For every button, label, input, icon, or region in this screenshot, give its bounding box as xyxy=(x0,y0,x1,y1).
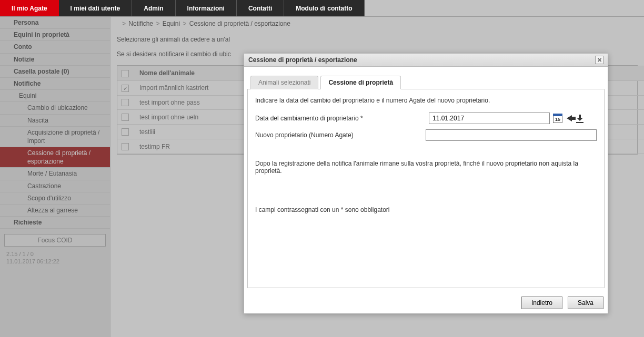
back-button[interactable]: Indietro xyxy=(521,297,562,309)
sidebar-item-8[interactable]: Nascita xyxy=(0,115,110,127)
breadcrumb-item-2[interactable]: Cessione di proprietà / esportazione xyxy=(189,20,290,27)
sidebar-item-15[interactable]: Richieste xyxy=(0,217,110,229)
sidebar-item-4[interactable]: Casella postale (0) xyxy=(0,66,110,78)
owner-label: Nuovo proprietario (Numero Agate) xyxy=(255,131,426,139)
breadcrumb-sep: > xyxy=(121,20,128,27)
focus-coid-button[interactable]: Focus COID xyxy=(4,234,106,247)
sidebar-item-0[interactable]: Persona xyxy=(0,17,110,29)
cell-check xyxy=(117,110,135,125)
select-all-checkbox[interactable] xyxy=(122,70,129,77)
sidebar-item-5[interactable]: Notifiche xyxy=(0,78,110,90)
sidebar-item-10[interactable]: Cessione di proprietà / esportazione xyxy=(0,147,110,168)
sidebar-item-11[interactable]: Morte / Eutanasia xyxy=(0,168,110,180)
download-icon[interactable] xyxy=(576,115,583,122)
topnav-tab-0[interactable]: Il mio Agate xyxy=(0,0,59,16)
top-nav: Il mio AgateI miei dati utenteAdminInfor… xyxy=(0,0,644,17)
timestamp-info: 11.01.2017 06:12:22 xyxy=(0,257,110,264)
dialog-panel: Indicare la data del cambio del propriet… xyxy=(247,89,605,288)
sidebar-item-14[interactable]: Altezza al garrese xyxy=(0,205,110,217)
breadcrumb-sep: > xyxy=(155,20,162,27)
table-header-0 xyxy=(117,66,135,81)
row-checkbox[interactable] xyxy=(122,99,129,106)
version-info: 2.15 / 1 / 0 xyxy=(0,250,110,257)
sidebar-item-12[interactable]: Castrazione xyxy=(0,180,110,192)
field-row-date: Data del cambiamento di proprietario * 1… xyxy=(255,113,597,124)
topnav-filler xyxy=(365,0,644,16)
intro-line-1: Selezionare gli animali da cedere a un'a… xyxy=(117,36,638,43)
row-checkbox[interactable] xyxy=(122,114,129,121)
sidebar-item-1[interactable]: Equini in proprietà xyxy=(0,29,110,41)
tab-ownership-transfer[interactable]: Cessione di proprietà xyxy=(320,76,401,89)
arrow-left-icon[interactable] xyxy=(567,115,572,121)
breadcrumb: > Notifiche > Equini > Cessione di propr… xyxy=(116,18,639,33)
dialog-intro: Indicare la data del cambio del propriet… xyxy=(255,97,597,104)
topnav-tab-1[interactable]: I miei dati utente xyxy=(59,0,133,16)
cell-check xyxy=(117,80,135,95)
sidebar-item-7[interactable]: Cambio di ubicazione xyxy=(0,102,110,114)
topnav-tab-3[interactable]: Informazioni xyxy=(176,0,237,16)
date-input[interactable] xyxy=(429,113,550,124)
cell-check xyxy=(117,95,135,110)
breadcrumb-item-0[interactable]: Notifiche xyxy=(128,20,155,27)
dialog-footer: Indietro Salva xyxy=(244,291,608,314)
row-checkbox[interactable] xyxy=(122,85,129,92)
row-checkbox[interactable] xyxy=(122,143,129,150)
cell-check xyxy=(117,139,135,154)
cell-check xyxy=(117,125,135,139)
topnav-tab-2[interactable]: Admin xyxy=(132,0,175,16)
ownership-dialog: Cessione di proprietà / esportazione ✕ A… xyxy=(244,53,608,314)
sidebar: PersonaEquini in proprietàContoNotizieCa… xyxy=(0,17,110,337)
dialog-tabs: Animali selezionati Cessione di propriet… xyxy=(247,75,605,89)
save-button[interactable]: Salva xyxy=(568,297,603,309)
topnav-tab-5[interactable]: Modulo di contatto xyxy=(284,0,364,16)
tab-selected-animals[interactable]: Animali selezionati xyxy=(250,76,318,89)
required-note: I campi contrassegnati con un * sono obb… xyxy=(255,206,597,213)
sidebar-item-9[interactable]: Acquisizione di proprietà / import xyxy=(0,127,110,147)
breadcrumb-item-1[interactable]: Equini xyxy=(163,20,182,27)
owner-input[interactable] xyxy=(426,129,597,141)
row-checkbox[interactable] xyxy=(122,128,129,136)
sidebar-item-6[interactable]: Equini xyxy=(0,90,110,102)
close-icon[interactable]: ✕ xyxy=(595,56,603,64)
dialog-body: Animali selezionati Cessione di propriet… xyxy=(244,67,608,291)
dialog-titlebar: Cessione di proprietà / esportazione ✕ xyxy=(244,54,608,67)
breadcrumb-sep: > xyxy=(182,20,189,27)
dialog-title: Cessione di proprietà / esportazione xyxy=(248,56,357,64)
sidebar-item-2[interactable]: Conto xyxy=(0,41,110,53)
sidebar-item-3[interactable]: Notizie xyxy=(0,54,110,66)
field-row-owner: Nuovo proprietario (Numero Agate) xyxy=(255,129,597,141)
dialog-note: Dopo la registrazione della notifica l'a… xyxy=(255,160,597,175)
topnav-tab-4[interactable]: Contatti xyxy=(237,0,284,16)
calendar-icon[interactable]: 15 xyxy=(553,114,562,123)
sidebar-item-13[interactable]: Scopo d'utilizzo xyxy=(0,192,110,205)
date-label: Data del cambiamento di proprietario * xyxy=(255,115,429,122)
